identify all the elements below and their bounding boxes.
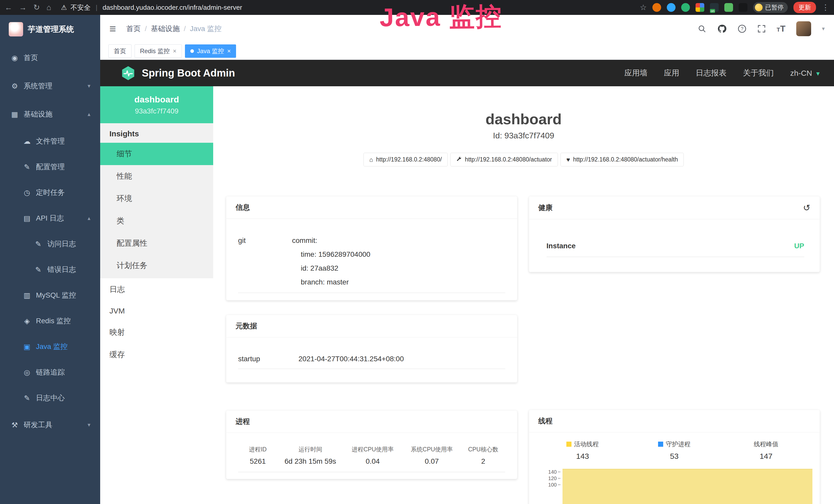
back-icon[interactable]: ←	[5, 4, 12, 11]
gauge-icon: ◉	[10, 54, 19, 62]
extension-icon-grid[interactable]	[696, 3, 704, 12]
sidebar-item-infrastructure[interactable]: ▦ 基础设施 ▴	[0, 100, 100, 129]
fullscreen-icon[interactable]	[757, 24, 766, 33]
stat-label: 进程CPU使用率	[343, 446, 402, 453]
sba-item-jvm[interactable]: JVM	[100, 301, 213, 321]
sba-item-details[interactable]: 细节	[100, 143, 213, 165]
sba-sidebar: dashboard 93a3fc7f7409 Insights 细节 性能 环境…	[100, 86, 213, 504]
sidebar-item-label: 研发工具	[24, 420, 52, 430]
tab-label: Redis 监控	[140, 47, 170, 55]
address-separator: |	[96, 4, 97, 12]
metadata-card: 元数据 startup 2021-04-27T00:44:31.254+08:0…	[226, 315, 517, 383]
sidebar-item-file-mgmt[interactable]: ☁ 文件管理	[0, 129, 100, 154]
link-url: http://192.168.0.2:48080/actuator/health	[573, 156, 678, 163]
y-tick-140: 140	[541, 469, 557, 475]
metadata-card-header: 元数据	[226, 315, 517, 337]
browser-home-icon[interactable]: ⌂	[46, 4, 51, 11]
extension-icon-dark[interactable]	[739, 3, 747, 12]
sba-insights-group: Insights 细节 性能 环境 类 配置属性 计划任务	[100, 123, 213, 278]
process-stats: 进程ID 5261 运行时间 6d 23h 15m 59s 进程CPU使用率	[238, 433, 505, 472]
tab-java-monitor[interactable]: Java 监控 ×	[185, 44, 236, 58]
sidebar-item-dev-tools[interactable]: ⚒ 研发工具 ▾	[0, 411, 100, 439]
reload-icon[interactable]: ↻	[34, 4, 40, 11]
sba-item-caches[interactable]: 缓存	[100, 344, 213, 366]
user-avatar[interactable]	[796, 21, 811, 36]
sba-item-logs[interactable]: 日志	[100, 278, 213, 301]
metadata-card-body: startup 2021-04-27T00:44:31.254+08:00	[226, 337, 517, 379]
health-card-header: 健康 ↺	[529, 197, 820, 219]
live-threads-area-series	[563, 469, 813, 504]
avatar-chevron-down-icon[interactable]: ▾	[822, 25, 825, 32]
instance-header[interactable]: dashboard 93a3fc7f7409	[100, 86, 213, 123]
font-size-icon[interactable]: TT	[777, 24, 786, 33]
sidebar-item-mysql-monitor[interactable]: ▥ MySQL 监控	[0, 282, 100, 308]
extension-icon-leaf[interactable]	[724, 3, 733, 12]
tab-redis-monitor[interactable]: Redis 监控 ×	[135, 44, 182, 58]
active-dot-icon	[190, 49, 194, 53]
url-text[interactable]: dashboard.yudao.iocoder.cn/infra/admin-s…	[103, 4, 242, 12]
cards-area: 信息 git commit: time: 1596289704000 id: 2	[213, 196, 834, 504]
sidebar-item-java-monitor[interactable]: ▣ Java 监控	[0, 334, 100, 360]
update-button[interactable]: 更新	[793, 2, 816, 13]
app-logo[interactable]: 芋道管理系统	[0, 15, 100, 44]
sba-item-config-props[interactable]: 配置属性	[100, 232, 213, 254]
breadcrumb-current: Java 监控	[190, 24, 221, 33]
history-icon[interactable]: ↺	[803, 203, 811, 213]
threads-chart: 140 120 100	[541, 469, 814, 504]
breadcrumb-home[interactable]: 首页	[126, 24, 141, 33]
address-bar[interactable]: ⚠ 不安全 | dashboard.yudao.iocoder.cn/infra…	[61, 3, 242, 12]
sba-item-scheduled-tasks[interactable]: 计划任务	[100, 254, 213, 277]
extension-icon-proxy[interactable]: on	[710, 3, 719, 12]
sba-item-classes[interactable]: 类	[100, 210, 213, 232]
metadata-value: 2021-04-27T00:44:31.254+08:00	[299, 354, 404, 364]
hamburger-icon[interactable]: ≡	[109, 22, 116, 35]
sidebar-item-error-logs[interactable]: ✎ 错误日志	[0, 257, 100, 282]
sba-nav-journal[interactable]: 日志报表	[696, 68, 727, 78]
sba-item-environment[interactable]: 环境	[100, 187, 213, 210]
sba-nav-applications[interactable]: 应用	[664, 68, 679, 78]
sidebar-item-api-logs[interactable]: ▤ API 日志 ▴	[0, 205, 100, 231]
health-url-link[interactable]: ♥ http://192.168.0.2:48080/actuator/heal…	[561, 153, 684, 166]
actuator-url-link[interactable]: http://192.168.0.2:48080/actuator	[450, 153, 558, 166]
extension-icon-blue[interactable]	[667, 3, 676, 12]
security-label[interactable]: 不安全	[71, 3, 91, 12]
legend-daemon-threads: 守护进程 53	[629, 440, 720, 461]
legend-label: 线程峰值	[753, 440, 778, 448]
sidebar-item-redis-monitor[interactable]: ◈ Redis 监控	[0, 308, 100, 334]
sidebar-item-access-logs[interactable]: ✎ 访问日志	[0, 231, 100, 257]
profile-paused-badge[interactable]: 已暂停	[753, 2, 788, 13]
chevron-up-icon: ▴	[88, 215, 90, 222]
browser-menu-dots-icon[interactable]: ⋮	[822, 4, 829, 11]
close-icon[interactable]: ×	[227, 47, 231, 55]
sidebar-item-system-mgmt[interactable]: ⚙ 系统管理 ▾	[0, 72, 100, 100]
search-icon[interactable]	[698, 24, 706, 33]
help-icon[interactable]: ?	[738, 24, 746, 33]
sba-item-mappings[interactable]: 映射	[100, 321, 213, 344]
log-center-icon: ✎	[23, 394, 31, 402]
card-title: 健康	[539, 203, 553, 212]
service-url-link[interactable]: ⌂ http://192.168.0.2:48080/	[364, 153, 448, 166]
sba-nav-wallboard[interactable]: 应用墙	[624, 68, 648, 78]
sba-language-select[interactable]: zh-CN ▾	[790, 69, 820, 77]
sba-nav-about[interactable]: 关于我们	[743, 68, 774, 78]
sidebar-item-scheduled-jobs[interactable]: ◷ 定时任务	[0, 180, 100, 205]
sidebar-item-home[interactable]: ◉ 首页	[0, 44, 100, 72]
extension-icon-green[interactable]	[681, 3, 690, 12]
sba-item-metrics[interactable]: 性能	[100, 165, 213, 187]
github-icon[interactable]	[717, 24, 727, 33]
table-row: Instance UP	[547, 242, 805, 257]
stat-process-cpu: 进程CPU使用率 0.04	[343, 446, 402, 466]
stat-system-cpu: 系统CPU使用率 0.07	[402, 446, 461, 466]
close-icon[interactable]: ×	[173, 47, 176, 55]
sidebar-item-tracing[interactable]: ◎ 链路追踪	[0, 360, 100, 385]
breadcrumb-infra[interactable]: 基础设施	[151, 24, 179, 33]
cards-right-column: 健康 ↺ Instance UP	[529, 196, 820, 504]
info-value: commit: time: 1596289704000 id: 27aa832 …	[292, 234, 370, 289]
sba-brand[interactable]: Spring Boot Admin	[121, 66, 235, 81]
sidebar-item-log-center[interactable]: ✎ 日志中心	[0, 385, 100, 411]
sidebar-item-config-mgmt[interactable]: ✎ 配置管理	[0, 154, 100, 180]
extension-icon-orange[interactable]	[652, 3, 661, 12]
tab-home[interactable]: 首页	[108, 44, 132, 58]
forward-icon[interactable]: →	[19, 4, 27, 11]
bookmark-star-icon[interactable]: ☆	[640, 4, 647, 11]
